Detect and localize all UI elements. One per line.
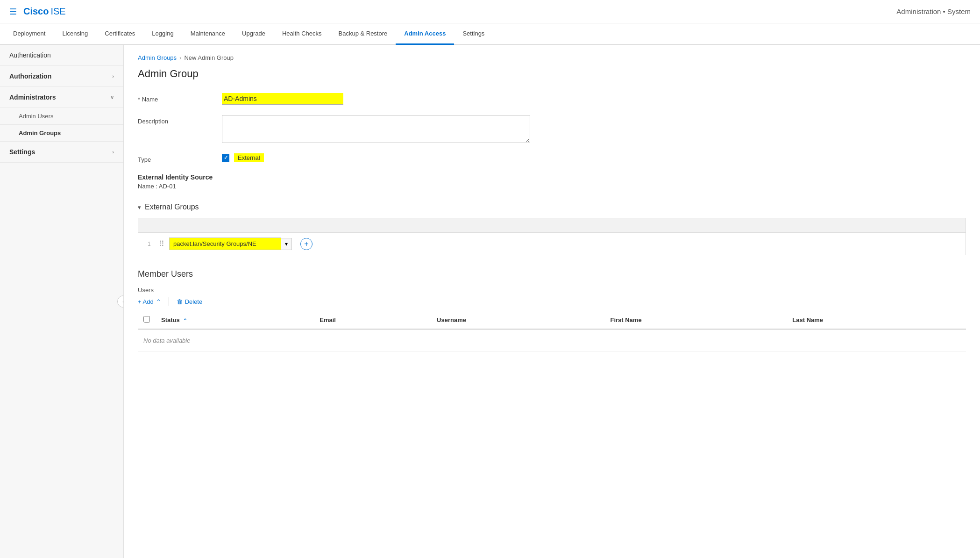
sidebar: Authentication Authorization › Administr… [0,45,124,558]
ext-identity-section: External Identity Source Name : AD-01 [138,173,966,190]
tab-licensing[interactable]: Licensing [54,23,96,45]
ext-identity-title: External Identity Source [138,173,966,181]
settings-chevron-icon: › [112,149,114,155]
tab-certificates[interactable]: Certificates [96,23,143,45]
type-label: Type [138,153,213,163]
administrators-chevron-icon: ∨ [110,94,114,101]
table-no-data-row: No data available [138,329,966,352]
name-label: * Name [138,93,213,103]
groups-table-header [138,218,966,233]
action-separator [169,297,169,306]
sidebar-collapse-button[interactable]: ‹ [117,295,124,308]
description-form-group: Description [138,115,966,143]
sidebar-item-admin-users[interactable]: Admin Users [0,108,123,125]
tab-health-checks[interactable]: Health Checks [274,23,330,45]
email-column-header: Email [314,311,431,329]
no-data-cell: No data available [138,329,966,352]
sidebar-item-authentication[interactable]: Authentication [0,45,123,66]
tab-maintenance[interactable]: Maintenance [182,23,234,45]
sidebar-item-admin-groups[interactable]: Admin Groups [0,125,123,142]
type-checkbox[interactable] [222,154,229,162]
action-bar: + Add ⌃ 🗑 Delete [138,297,966,306]
status-sort-icon: ⌃ [183,318,187,323]
ext-identity-name: Name : AD-01 [138,183,966,190]
drag-handle-icon[interactable]: ⠿ [159,239,164,248]
group-select[interactable]: packet.lan/Security Groups/NE [169,237,281,250]
sort-icon: ⌃ [156,298,161,305]
groups-row: 1 ⠿ packet.lan/Security Groups/NE ▾ + [138,233,966,255]
main-layout: Authentication Authorization › Administr… [0,45,980,558]
logo-cisco: Cisco [23,6,49,17]
breadcrumb-separator: › [179,54,181,61]
sidebar-item-authorization[interactable]: Authorization › [0,66,123,87]
external-groups-header: ▾ External Groups [138,203,966,211]
username-column-header: Username [431,311,604,329]
description-input[interactable] [222,115,530,143]
tab-settings[interactable]: Settings [454,23,493,45]
firstname-column-header: First Name [604,311,787,329]
sidebar-item-admin-users-label: Admin Users [19,113,53,120]
status-label: Status [161,316,180,323]
tab-upgrade[interactable]: Upgrade [234,23,274,45]
name-form-group: * Name AD-Admins [138,93,966,105]
ext-identity-name-label: Name : [138,183,157,190]
type-form-group: Type External [138,153,966,163]
tab-admin-access[interactable]: Admin Access [396,23,454,45]
sidebar-item-settings[interactable]: Settings › [0,142,123,163]
users-table: Status ⌃ Email Username First Name Last … [138,311,966,352]
header-title: Administration • System [896,7,971,15]
add-group-button[interactable]: + [300,238,312,250]
delete-label: Delete [185,298,203,305]
member-users-section: Member Users Users + Add ⌃ 🗑 Delete [138,269,966,352]
sidebar-item-administrators[interactable]: Administrators ∨ [0,87,123,108]
main-content: Admin Groups › New Admin Group Admin Gro… [124,45,980,558]
nav-tabs: Deployment Licensing Certificates Loggin… [0,23,980,45]
row-number: 1 [148,241,154,247]
group-dropdown-arrow[interactable]: ▾ [281,238,292,250]
tab-deployment[interactable]: Deployment [5,23,54,45]
breadcrumb-link[interactable]: Admin Groups [138,54,177,61]
logo: Cisco ISE [23,6,66,17]
sidebar-item-administrators-label: Administrators [9,93,56,101]
add-user-button[interactable]: + Add ⌃ [138,298,161,305]
lastname-column-header: Last Name [787,311,966,329]
breadcrumb: Admin Groups › New Admin Group [138,54,966,61]
type-value: External [234,153,264,162]
tab-logging[interactable]: Logging [143,23,182,45]
name-input[interactable]: AD-Admins [222,93,343,105]
delete-user-button[interactable]: 🗑 Delete [177,298,203,305]
status-column-header[interactable]: Status ⌃ [156,311,314,329]
select-all-header [138,311,156,329]
sidebar-item-admin-groups-label: Admin Groups [19,129,61,136]
sidebar-item-authorization-label: Authorization [9,72,51,80]
description-label: Description [138,115,213,125]
authorization-chevron-icon: › [112,73,114,79]
users-label: Users [138,287,966,294]
member-users-title: Member Users [138,269,966,279]
ext-identity-name-value: AD-01 [159,183,176,190]
top-header: ☰ Cisco ISE Administration • System [0,0,980,23]
sidebar-item-authentication-label: Authentication [9,51,51,59]
page-title: Admin Group [138,68,966,80]
hamburger-icon[interactable]: ☰ [9,7,17,17]
select-all-checkbox[interactable] [143,316,150,323]
tab-backup-restore[interactable]: Backup & Restore [330,23,396,45]
group-dropdown: packet.lan/Security Groups/NE ▾ [169,237,292,250]
delete-icon: 🗑 [177,298,183,305]
sidebar-item-settings-label: Settings [9,148,35,156]
add-label: + Add [138,298,154,305]
external-groups-title: External Groups [145,203,199,211]
logo-ise: ISE [50,6,65,17]
breadcrumb-current: New Admin Group [184,54,234,61]
external-groups-collapse-icon[interactable]: ▾ [138,204,141,211]
external-groups-section: ▾ External Groups 1 ⠿ packet.lan/Securit… [138,203,966,255]
type-row: External [222,153,264,162]
